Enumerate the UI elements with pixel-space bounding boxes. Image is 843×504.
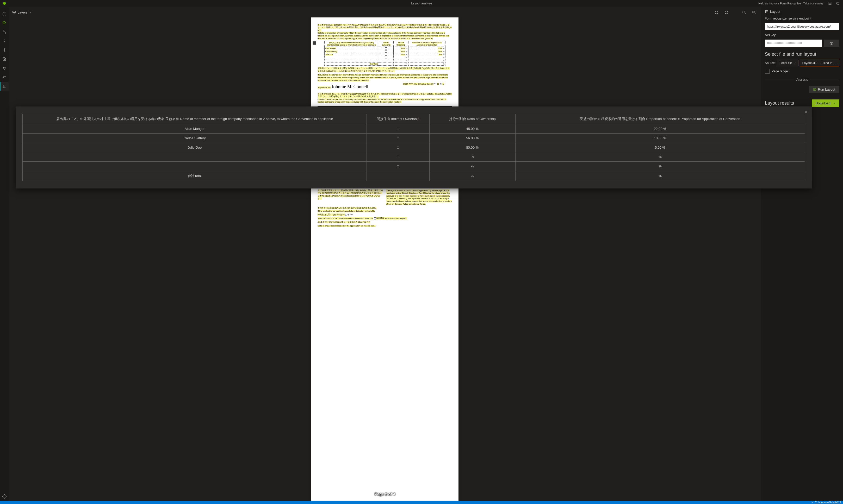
- redo-icon[interactable]: [723, 8, 730, 16]
- table-indicator-icon[interactable]: [312, 41, 317, 45]
- external-link-icon[interactable]: [828, 1, 832, 5]
- svg-point-15: [811, 501, 812, 502]
- branch-icon: [811, 501, 814, 504]
- undo-icon[interactable]: [713, 8, 720, 16]
- svg-point-13: [831, 43, 832, 44]
- version-label: 2.1-preview.3-dcfb033: [815, 501, 841, 504]
- apikey-input[interactable]: [765, 40, 822, 47]
- document-page[interactable]: 3 日本で課税上、届出書の「2」の外国法人が納税義務者とみなされるが、租税条約の…: [311, 17, 458, 501]
- source-select[interactable]: Local file: [777, 60, 798, 66]
- svg-rect-11: [313, 41, 316, 44]
- table-row: Julie Doe□80.00 %5.00 %: [23, 143, 805, 152]
- brand-logo: [0, 2, 8, 5]
- survey-link[interactable]: Help us improve Form Recognizer. Take ou…: [758, 2, 824, 5]
- doc-para-3: 3 日本で課税上、届出書の「2」の外国法人が納税義務者とみなされるが、租税条約の…: [318, 24, 452, 32]
- settings-icon[interactable]: [0, 492, 8, 501]
- analysis-divider: Analysis: [796, 78, 808, 82]
- nav-train-icon[interactable]: [0, 46, 8, 54]
- nav-compose-icon[interactable]: [0, 36, 8, 45]
- svg-point-5: [4, 50, 5, 51]
- select-file-header: Select file and run layout: [765, 52, 839, 57]
- endpoint-input[interactable]: [765, 23, 839, 30]
- svg-rect-7: [3, 85, 6, 88]
- svg-point-8: [4, 496, 5, 497]
- th-name: 届出書の「２」の外国法人の株主等で租税条約の適用を受ける者の氏名 又は名称 Na…: [23, 114, 367, 124]
- apikey-label: API key: [765, 33, 839, 37]
- svg-point-17: [813, 501, 813, 502]
- zoom-out-icon[interactable]: [740, 8, 748, 16]
- th-benefit: 受益の割合＝ 租税条約の適用を受ける割合 Proportion of benef…: [515, 114, 805, 124]
- download-button[interactable]: Download: [812, 100, 839, 107]
- pagerange-label: Page range:: [772, 70, 789, 73]
- th-ratio: 持分の割合 Ratio of Ownership: [429, 114, 515, 124]
- nav-textfield-icon[interactable]: [0, 73, 8, 82]
- layers-button[interactable]: Layers: [12, 11, 32, 14]
- nav-doc-icon[interactable]: [0, 55, 8, 63]
- nav-plug-icon[interactable]: [0, 64, 8, 72]
- file-select[interactable]: Layout JP 1 - Filled In.pdf: [800, 60, 839, 66]
- right-panel: Layout Form recognizer service endpoint …: [761, 7, 843, 501]
- signature: Johnnie McConnell: [331, 84, 368, 90]
- doc-embedded-table: 氏名又は名称 Name of member of the foreign com…: [324, 41, 445, 66]
- layout-panel-icon: [765, 10, 769, 14]
- nav-home-icon[interactable]: [0, 9, 8, 18]
- close-icon[interactable]: [803, 109, 809, 114]
- table-row: Allan Munger□45.00 %22.00 %: [23, 124, 805, 133]
- toggle-visibility-button[interactable]: [824, 40, 839, 47]
- layers-icon: [12, 11, 16, 14]
- chevron-down-icon: [29, 11, 32, 14]
- page-indicator: Page 2 of 4: [374, 491, 395, 497]
- svg-rect-14: [813, 88, 816, 91]
- endpoint-label: Form recognizer service endpoint: [765, 17, 839, 20]
- table-row: Carlos Slattery□56.00 %10.00 %: [23, 133, 805, 143]
- nav-tag-icon[interactable]: [0, 18, 8, 27]
- table-row: 合計Total%%: [23, 171, 805, 181]
- table-preview-modal: 届出書の「２」の外国法人の株主等で租税条約の適用を受ける者の氏名 又は名称 Na…: [16, 107, 812, 188]
- eye-icon: [829, 41, 833, 45]
- layers-label: Layers: [17, 11, 28, 14]
- nav-connection-icon[interactable]: [0, 27, 8, 36]
- extracted-table: 届出書の「２」の外国法人の株主等で租税条約の適用を受ける者の氏名 又は名称 Na…: [22, 114, 805, 181]
- panel-title: Layout: [770, 10, 780, 14]
- run-layout-button[interactable]: Run Layout: [809, 86, 840, 93]
- results-label: Layout results: [765, 101, 794, 106]
- run-icon: [813, 88, 816, 91]
- chevron-down-icon: [832, 102, 836, 105]
- svg-rect-12: [766, 11, 768, 13]
- svg-rect-6: [3, 76, 6, 78]
- status-bar: 2.1-preview.3-dcfb033: [0, 501, 843, 504]
- source-label: Source:: [765, 61, 775, 65]
- th-indirect: 間接保有 Indirect Ownership: [367, 114, 429, 124]
- left-nav-rail: [0, 7, 8, 501]
- app-title: Layout analyze: [411, 2, 432, 5]
- table-row: □%%: [23, 152, 805, 162]
- chevron-down-icon: [793, 62, 796, 64]
- pagerange-checkbox[interactable]: [765, 69, 770, 74]
- zoom-in-icon[interactable]: [750, 8, 758, 16]
- svg-point-16: [811, 503, 812, 503]
- doc-para-3-en: Details of proportion of income to which…: [318, 32, 450, 40]
- table-row: □%%: [23, 162, 805, 171]
- nav-layout-icon[interactable]: [0, 82, 8, 91]
- help-icon[interactable]: [836, 1, 840, 5]
